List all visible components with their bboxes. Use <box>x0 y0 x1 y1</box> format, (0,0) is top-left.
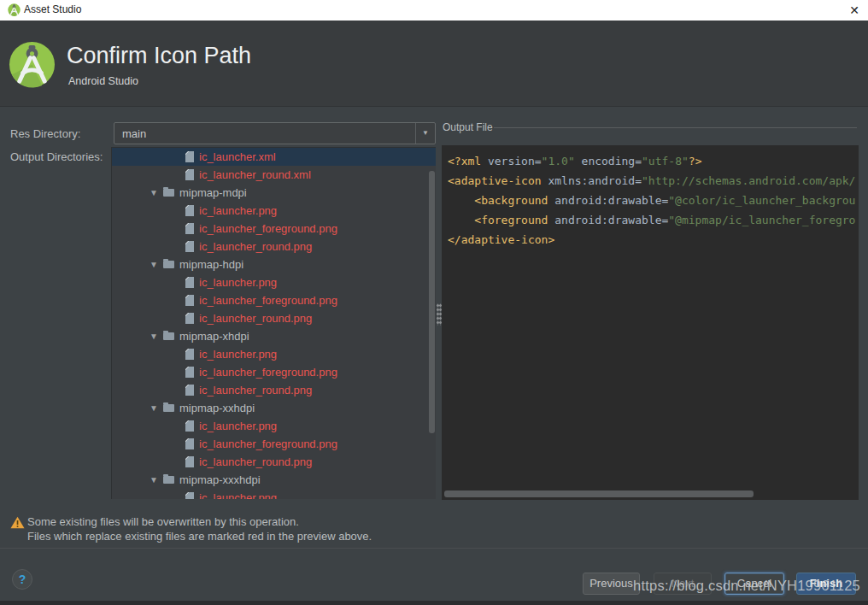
output-file-divider <box>494 127 857 128</box>
tree-row[interactable]: ▼ ic_launcher.png <box>112 489 436 499</box>
res-directory-value: main <box>122 127 146 140</box>
tree-item-label: ic_launcher.xml <box>199 148 276 166</box>
tree-row[interactable]: ▼ mipmap-xxhdpi <box>112 399 436 417</box>
folder-icon <box>163 261 174 268</box>
next-button: Next <box>654 573 712 595</box>
asset-studio-dialog: Asset Studio ✕ Confirm Icon Path Android… <box>0 0 868 605</box>
tree-item-label: ic_launcher_round.png <box>199 238 312 256</box>
output-directories-tree[interactable]: ▼ ic_launcher.xml ▼ ic_launcher_round.xm… <box>111 147 436 499</box>
output-directories-label: Output Directories: <box>10 150 103 163</box>
wizard-header: Confirm Icon Path Android Studio <box>0 21 868 107</box>
file-icon <box>185 205 194 216</box>
tree-item-label: ic_launcher_round.png <box>199 453 312 471</box>
folder-icon <box>163 189 174 197</box>
tree-row[interactable]: ▼ ic_launcher_round.png <box>112 381 436 399</box>
tree-item-label: ic_launcher_foreground.png <box>199 291 337 309</box>
expand-arrow-icon[interactable]: ▼ <box>150 471 163 489</box>
tree-scrollbar[interactable] <box>429 171 435 433</box>
file-icon <box>185 169 194 180</box>
tree-item-label: mipmap-xxxhdpi <box>179 471 261 489</box>
android-studio-logo <box>9 41 56 88</box>
code-lines: <?xml version="1.0" encoding="utf-8"?><a… <box>442 145 859 250</box>
code-horizontal-scrollbar[interactable] <box>444 490 754 497</box>
tree-row[interactable]: ▼ ic_launcher_round.png <box>112 238 436 256</box>
warning-icon <box>10 516 25 529</box>
file-icon <box>185 313 194 324</box>
tree-row[interactable]: ▼ mipmap-xhdpi <box>112 327 436 345</box>
file-icon <box>185 277 194 288</box>
tree-item-label: ic_launcher_round.png <box>199 309 312 327</box>
tree-row[interactable]: ▼ ic_launcher_round.png <box>112 453 436 471</box>
tree-item-label: mipmap-xxhdpi <box>179 399 255 417</box>
warning-text-line2: Files which replace existing files are m… <box>27 530 372 543</box>
footer-divider <box>0 548 868 549</box>
res-directory-label: Res Directory: <box>10 127 80 140</box>
tree-item-label: ic_launcher_foreground.png <box>199 435 337 453</box>
expand-arrow-icon[interactable]: ▼ <box>150 399 163 417</box>
tree-item-label: mipmap-mdpi <box>179 184 247 202</box>
cancel-button[interactable]: Cancel <box>724 573 784 595</box>
android-studio-icon <box>8 3 21 16</box>
finish-button[interactable]: Finish <box>796 573 856 595</box>
folder-icon <box>163 404 174 412</box>
file-icon <box>185 492 194 499</box>
file-icon <box>185 223 194 234</box>
previous-button[interactable]: Previous <box>583 573 640 595</box>
tree-row[interactable]: ▼ ic_launcher_foreground.png <box>112 435 436 453</box>
page-title: Confirm Icon Path <box>67 43 251 69</box>
tree-row[interactable]: ▼ ic_launcher_foreground.png <box>112 363 436 381</box>
tree-row[interactable]: ▼ ic_launcher.png <box>112 273 436 291</box>
tree-item-label: ic_launcher_round.png <box>199 381 312 399</box>
page-subtitle: Android Studio <box>68 75 138 87</box>
chevron-down-icon[interactable]: ▼ <box>415 123 435 144</box>
tree-item-label: mipmap-hdpi <box>179 256 243 273</box>
folder-icon <box>163 332 174 340</box>
file-icon <box>185 295 194 306</box>
tree-row[interactable]: ▼ ic_launcher.png <box>112 202 436 220</box>
file-icon <box>185 241 194 252</box>
file-icon <box>185 438 194 449</box>
tree-item-label: ic_launcher.png <box>199 417 277 435</box>
tree-item-label: mipmap-xhdpi <box>179 327 249 345</box>
file-icon <box>185 385 194 396</box>
tree-row[interactable]: ▼ mipmap-xxxhdpi <box>112 471 436 489</box>
tree-row[interactable]: ▼ ic_launcher_round.xml <box>112 166 436 184</box>
tree-row[interactable]: ▼ ic_launcher.xml <box>112 148 436 166</box>
tree-item-label: ic_launcher.png <box>199 202 277 220</box>
code-preview-editor[interactable]: <?xml version="1.0" encoding="utf-8"?><a… <box>442 145 859 500</box>
tree-item-label: ic_launcher_foreground.png <box>199 220 337 238</box>
tree-item-label: ic_launcher_round.xml <box>199 166 311 184</box>
tree-row[interactable]: ▼ ic_launcher.png <box>112 417 436 435</box>
expand-arrow-icon[interactable]: ▼ <box>150 184 163 202</box>
file-icon <box>185 151 194 162</box>
window-title: Asset Studio <box>24 3 81 15</box>
res-directory-combobox[interactable]: main ▼ <box>114 122 436 144</box>
file-icon <box>185 456 194 467</box>
close-icon[interactable]: ✕ <box>845 1 864 20</box>
file-icon <box>185 420 194 432</box>
file-icon <box>185 349 194 360</box>
tree-row[interactable]: ▼ ic_launcher_foreground.png <box>112 291 436 309</box>
output-file-label: Output File <box>443 121 493 133</box>
tree-row[interactable]: ▼ ic_launcher_foreground.png <box>112 220 436 238</box>
tree-row[interactable]: ▼ mipmap-mdpi <box>112 184 436 202</box>
help-button[interactable]: ? <box>12 569 32 590</box>
folder-icon <box>163 476 174 484</box>
title-bar: Asset Studio ✕ <box>0 0 868 21</box>
file-icon <box>185 367 194 378</box>
tree-row[interactable]: ▼ ic_launcher_round.png <box>112 309 436 327</box>
warning-text-line1: Some existing files will be overwritten … <box>27 515 299 528</box>
expand-arrow-icon[interactable]: ▼ <box>150 256 163 273</box>
expand-arrow-icon[interactable]: ▼ <box>150 327 163 345</box>
tree-item-label: ic_launcher.png <box>199 273 277 291</box>
window-bottom-edge <box>0 601 868 605</box>
tree-item-label: ic_launcher.png <box>199 345 277 363</box>
tree-row[interactable]: ▼ mipmap-hdpi <box>112 256 436 273</box>
tree-item-label: ic_launcher.png <box>199 489 277 499</box>
tree-row[interactable]: ▼ ic_launcher.png <box>112 345 436 363</box>
tree-item-label: ic_launcher_foreground.png <box>199 363 337 381</box>
